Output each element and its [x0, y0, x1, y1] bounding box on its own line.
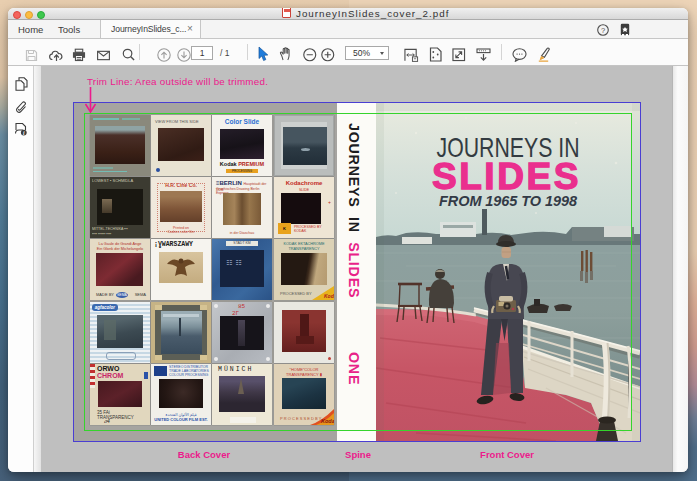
svg-text:?: ?: [601, 26, 605, 35]
